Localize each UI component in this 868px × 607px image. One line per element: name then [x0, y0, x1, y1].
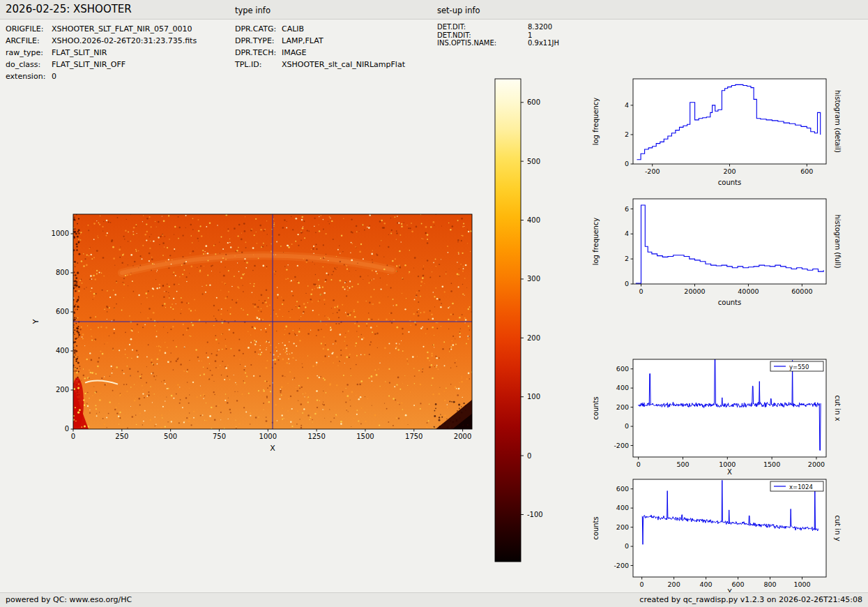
svg-text:1500: 1500 — [356, 433, 374, 440]
svg-text:20000: 20000 — [684, 287, 705, 295]
info-value: IMAGE — [282, 47, 307, 59]
info-label: do_class: — [6, 59, 52, 70]
header-bar: 2026-02-25: XSHOOTER type info set-up in… — [0, 0, 868, 20]
info-row: INS.OPTI5.NAME:0.9x11JH — [437, 39, 559, 47]
histogram-full-plot: 02000040000600000246countslog frequencyh… — [589, 190, 844, 314]
svg-text:2: 2 — [625, 255, 629, 262]
svg-text:60000: 60000 — [791, 287, 812, 295]
svg-text:200: 200 — [723, 167, 736, 175]
svg-text:histogram (detail): histogram (detail) — [834, 90, 842, 153]
qc-report-page: 2026-02-25: XSHOOTER type info set-up in… — [0, 0, 868, 607]
info-label: extension: — [6, 70, 52, 82]
type-info-heading: type info — [235, 6, 271, 15]
svg-text:500: 500 — [676, 460, 689, 468]
svg-text:200: 200 — [527, 334, 540, 342]
info-label: raw_type: — [6, 47, 52, 59]
svg-text:400: 400 — [700, 580, 713, 588]
info-value: 0.9x11JH — [528, 39, 559, 47]
svg-text:histogram (full): histogram (full) — [834, 214, 842, 268]
svg-text:1500: 1500 — [763, 460, 780, 468]
histogram-detail-plot: -200200600024countslog frequencyhistogra… — [589, 70, 844, 194]
info-value: XSHOO.2026-02-26T20:31:23.735.fits — [52, 35, 197, 47]
svg-text:0: 0 — [639, 287, 644, 295]
svg-text:counts: counts — [718, 299, 741, 306]
svg-text:500: 500 — [164, 433, 177, 440]
svg-text:40000: 40000 — [738, 287, 759, 295]
info-label: DET.DIT: — [437, 23, 528, 31]
type-info-block: DPR.CATG:CALIBDPR.TYPE:LAMP,FLATDPR.TECH… — [235, 23, 405, 70]
info-row: TPL.ID:XSHOOTER_slt_cal_NIRLampFlat — [235, 59, 405, 70]
svg-text:200: 200 — [616, 523, 629, 531]
svg-text:log frequency: log frequency — [592, 98, 600, 146]
info-value: XSHOOTER_SLT_FLAT_NIR_057_0010 — [52, 23, 192, 35]
svg-text:100: 100 — [527, 393, 540, 400]
info-label: INS.OPTI5.NAME: — [437, 39, 528, 47]
info-label: ARCFILE: — [6, 35, 52, 47]
svg-text:0: 0 — [65, 425, 69, 433]
info-label: ORIGFILE: — [6, 23, 52, 35]
svg-text:0: 0 — [625, 542, 629, 550]
footer-left-text: powered by QC: www.eso.org/HC — [6, 595, 132, 604]
svg-text:Y: Y — [31, 319, 40, 324]
svg-text:1000: 1000 — [52, 230, 69, 237]
info-value: 1 — [528, 31, 532, 40]
setup-info-block: DET.DIT:8.3200DET.NDIT:1INS.OPTI5.NAME:0… — [437, 23, 559, 47]
svg-text:300: 300 — [527, 275, 540, 283]
info-value: 0 — [52, 70, 56, 82]
info-value: LAMP,FLAT — [282, 35, 323, 47]
info-row: DPR.CATG:CALIB — [235, 23, 405, 35]
info-row: ORIGFILE:XSHOOTER_SLT_FLAT_NIR_057_0010 — [6, 23, 197, 35]
page-title: 2026-02-25: XSHOOTER — [6, 3, 132, 15]
svg-text:800: 800 — [56, 269, 69, 276]
svg-text:-200: -200 — [614, 562, 629, 569]
footer-right-text: created by qc_rawdisp.py v1.2.3 on 2026-… — [639, 595, 862, 604]
svg-text:1250: 1250 — [307, 433, 325, 440]
svg-text:200: 200 — [56, 386, 69, 394]
svg-text:0: 0 — [640, 580, 644, 588]
svg-text:4: 4 — [625, 230, 629, 237]
svg-text:1750: 1750 — [405, 433, 422, 440]
svg-text:x=1024: x=1024 — [789, 484, 813, 490]
svg-text:-100: -100 — [527, 511, 543, 518]
svg-text:200: 200 — [668, 580, 680, 588]
svg-text:200: 200 — [616, 403, 629, 411]
svg-text:600: 600 — [731, 580, 744, 588]
svg-text:0: 0 — [527, 452, 531, 460]
info-label: DPR.CATG: — [235, 23, 282, 35]
svg-text:600: 600 — [616, 485, 629, 493]
svg-text:0: 0 — [71, 433, 75, 440]
info-row: DET.NDIT:1 — [437, 31, 559, 40]
cut-in-x-plot: 0500100015002000-2000200400600Xcountscut… — [589, 349, 844, 478]
svg-text:2000: 2000 — [808, 460, 825, 468]
info-row: ARCFILE:XSHOO.2026-02-26T20:31:23.735.fi… — [6, 35, 197, 47]
info-value: CALIB — [282, 23, 304, 35]
svg-text:6: 6 — [625, 205, 629, 213]
svg-text:log frequency: log frequency — [592, 218, 600, 266]
info-row: DPR.TYPE:LAMP,FLAT — [235, 35, 405, 47]
svg-text:0: 0 — [625, 160, 629, 167]
svg-text:0: 0 — [637, 460, 641, 468]
svg-text:-200: -200 — [645, 167, 660, 175]
svg-text:1000: 1000 — [719, 460, 736, 468]
svg-text:600: 600 — [800, 167, 813, 175]
info-value: FLAT_SLIT_NIR_OFF — [52, 59, 125, 70]
info-row: extension:0 — [6, 70, 197, 82]
footer-bar: powered by QC: www.eso.org/HC created by… — [0, 592, 868, 607]
svg-text:1000: 1000 — [259, 433, 277, 440]
svg-text:600: 600 — [56, 308, 69, 315]
svg-text:750: 750 — [213, 433, 226, 440]
info-label: DPR.TECH: — [235, 47, 282, 59]
info-value: 8.3200 — [528, 23, 552, 31]
svg-text:250: 250 — [115, 433, 128, 440]
info-value: XSHOOTER_slt_cal_NIRLampFlat — [282, 59, 405, 70]
svg-text:cut in x: cut in x — [834, 395, 842, 421]
svg-text:2000: 2000 — [454, 433, 471, 440]
svg-text:X: X — [270, 444, 275, 453]
setup-info-heading: set-up info — [437, 6, 480, 15]
cut-in-y-plot: 02004006008001000-2000200400600Ycountscu… — [589, 469, 844, 598]
svg-text:600: 600 — [527, 98, 540, 106]
svg-text:400: 400 — [616, 384, 629, 391]
svg-text:counts: counts — [718, 179, 741, 186]
svg-text:500: 500 — [527, 158, 540, 165]
svg-text:1000: 1000 — [793, 580, 810, 588]
